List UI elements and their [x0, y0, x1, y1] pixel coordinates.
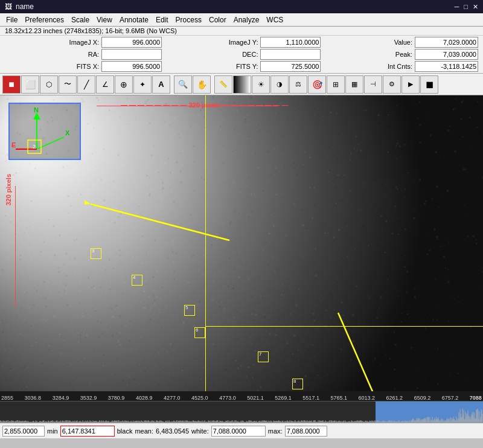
menu-process[interactable]: Process	[172, 14, 205, 25]
tool-measure[interactable]: 📏	[214, 75, 232, 94]
black-label: black	[117, 427, 133, 435]
menu-edit[interactable]: Edit	[152, 14, 172, 25]
min-label: min	[47, 427, 58, 435]
menu-color[interactable]: Color	[205, 14, 230, 25]
white-label: white:	[191, 427, 209, 435]
mean-label: mean:	[135, 427, 153, 435]
tool-text[interactable]: A	[152, 75, 170, 94]
white-value-input[interactable]	[211, 426, 266, 437]
ra-label: RA:	[5, 51, 99, 58]
dimensions-text: 18.32x12.23 inches (2748x1835); 16-bit; …	[5, 27, 177, 34]
fits-y-input[interactable]	[260, 61, 321, 72]
tool-freehand[interactable]: 〜	[59, 75, 77, 94]
menu-analyze[interactable]: Analyze	[230, 14, 263, 25]
tool-hand[interactable]: ✋	[193, 75, 211, 94]
tool-options[interactable]: ◼	[420, 75, 438, 94]
menu-view[interactable]: View	[93, 14, 116, 25]
menu-file[interactable]: File	[2, 14, 21, 25]
imagej-y-label: ImageJ Y:	[164, 39, 258, 46]
menubar: File Preferences Scale View Annotate Edi…	[0, 13, 483, 27]
peak-label: Peak:	[323, 51, 412, 58]
tool-gradient[interactable]	[233, 75, 251, 94]
histogram-canvas	[0, 402, 483, 423]
tool-color-balance[interactable]: ⚖	[289, 75, 307, 94]
imagej-x-label: ImageJ X:	[5, 39, 99, 46]
tool-brightness[interactable]: ☀	[252, 75, 270, 94]
int-cnts-input[interactable]	[415, 61, 478, 72]
tool-color-picker[interactable]: 🎯	[308, 75, 326, 94]
value-input[interactable]	[415, 37, 478, 48]
imagej-y-input[interactable]	[260, 37, 321, 48]
image-canvas	[0, 95, 483, 391]
app-icon: 🖼	[5, 2, 12, 11]
tool-contrast[interactable]: ◑	[270, 75, 289, 94]
menu-annotate[interactable]: Annotate	[116, 14, 152, 25]
tool-line[interactable]: ╱	[77, 75, 95, 94]
int-cnts-label: Int Cnts:	[323, 63, 412, 70]
fits-x-input[interactable]	[101, 61, 162, 72]
black-value-input[interactable]	[60, 426, 115, 437]
min-value-input[interactable]	[2, 426, 45, 437]
tool-angle[interactable]: ∠	[96, 75, 114, 94]
tool-zoom[interactable]: 🔍	[174, 75, 192, 94]
toolbar: ■ ⬜ ⬡ 〜 ╱ ∠ ⊕ ✦ A 🔍 ✋ 📏 ☀ ◑ ⚖ 🎯 ⊞ ▦ ⊣ ⚙ …	[0, 74, 483, 95]
bottom-controls: min black mean: 6,483.0545 white: max:	[0, 423, 483, 438]
close-button[interactable]: ✕	[473, 3, 478, 11]
title-text: name	[16, 2, 34, 11]
window-controls: ─ □ ✕	[455, 3, 478, 11]
dec-input[interactable]	[260, 49, 321, 60]
menu-wcs[interactable]: WCS	[263, 14, 287, 25]
menu-scale[interactable]: Scale	[68, 14, 93, 25]
histogram-scale: 28553036.83284.93532.93780.94028.94277.0…	[0, 391, 483, 401]
imagej-x-input[interactable]	[101, 37, 162, 48]
coords-section: ImageJ X: ImageJ Y: Value: RA: DEC: Peak…	[0, 36, 483, 74]
tool-scalebar[interactable]: ⊣	[364, 75, 382, 94]
tool-point[interactable]: ⊕	[115, 75, 133, 94]
tool-roi[interactable]: ▦	[345, 75, 363, 94]
ra-input[interactable]	[101, 49, 162, 60]
minimize-button[interactable]: ─	[455, 3, 459, 11]
tool-stack[interactable]: ⊞	[327, 75, 345, 94]
maximize-button[interactable]: □	[464, 3, 468, 11]
value-label: Value:	[323, 39, 412, 46]
fits-y-label: FITS Y:	[164, 63, 258, 70]
dimensions-bar: 18.32x12.23 inches (2748x1835); 16-bit; …	[0, 27, 483, 36]
max-label: max:	[268, 427, 283, 435]
tool-oval[interactable]: ⬜	[21, 75, 39, 94]
tool-calibrate[interactable]: ⚙	[383, 75, 401, 94]
peak-input[interactable]	[415, 49, 478, 60]
mean-value: 6,483.0545	[156, 427, 189, 435]
tool-rect[interactable]: ■	[2, 75, 21, 94]
tool-polygon[interactable]: ⬡	[40, 75, 58, 94]
max-value-input[interactable]	[285, 426, 327, 437]
titlebar: 🖼 name ─ □ ✕	[0, 0, 483, 13]
histogram-area	[0, 401, 483, 423]
tool-macro[interactable]: ▶	[401, 75, 420, 94]
dec-label: DEC:	[164, 51, 258, 58]
fits-x-label: FITS X:	[5, 63, 99, 70]
tool-wand[interactable]: ✦	[133, 75, 152, 94]
window-title: 🖼 name	[5, 2, 34, 11]
menu-preferences[interactable]: Preferences	[21, 14, 68, 25]
main-image-area[interactable]: — — — — — — — — 320 pixels — — — — — — —…	[0, 95, 483, 391]
